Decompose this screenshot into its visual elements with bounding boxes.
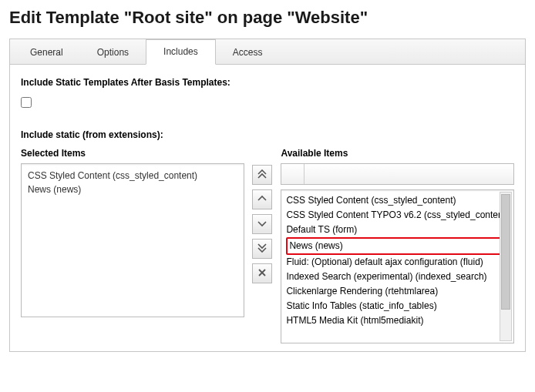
list-item[interactable]: CSS Styled Content (css_styled_content) [286,193,509,208]
list-item[interactable]: Indexed Search (experimental) (indexed_s… [286,270,509,284]
list-item[interactable]: HTML5 Media Kit (html5mediakit) [286,313,509,328]
filter-button[interactable] [281,164,305,184]
after-basis-checkbox[interactable] [21,97,32,108]
list-item[interactable]: Static Info Tables (static_info_tables) [286,299,509,313]
list-item[interactable]: Clickenlarge Rendering (rtehtmlarea) [286,284,509,299]
close-icon [257,268,267,280]
tab-access[interactable]: Access [216,41,280,65]
move-down-button[interactable] [252,214,272,234]
filter-input[interactable] [305,164,513,184]
selected-items-list[interactable]: CSS Styled Content (css_styled_content)N… [21,163,244,317]
after-basis-label: Include Static Templates After Basis Tem… [21,77,514,88]
filter-bar [281,163,514,185]
remove-button[interactable] [252,263,272,283]
list-item[interactable]: Fluid: (Optional) default ajax configura… [286,255,509,270]
available-items-list[interactable]: CSS Styled Content (css_styled_content)C… [281,189,514,343]
list-item[interactable]: CSS Styled Content TYPO3 v6.2 (css_style… [286,208,509,223]
double-chevron-up-icon [257,169,267,181]
page-title: Edit Template "Root site" on page "Websi… [9,8,526,28]
scrollbar-thumb[interactable] [501,194,510,310]
tab-includes[interactable]: Includes [146,39,216,65]
scrollbar[interactable] [500,192,512,341]
move-up-button[interactable] [252,189,272,209]
tab-bar: General Options Includes Access [9,39,526,65]
tab-panel-includes: Include Static Templates After Basis Tem… [9,65,526,352]
move-top-button[interactable] [252,165,272,185]
chevron-down-icon [257,219,267,230]
selected-heading: Selected Items [21,148,244,159]
include-static-label: Include static (from extensions): [21,129,514,140]
list-item[interactable]: News (news) [286,237,509,255]
move-bottom-button[interactable] [252,239,272,259]
list-item[interactable]: News (news) [28,183,237,196]
tab-general[interactable]: General [13,41,80,65]
tab-options[interactable]: Options [80,41,146,65]
list-item[interactable]: Default TS (form) [286,223,509,237]
double-chevron-down-icon [257,243,267,255]
list-item[interactable]: CSS Styled Content (css_styled_content) [28,169,237,183]
available-heading: Available Items [281,148,514,159]
chevron-up-icon [257,194,267,206]
